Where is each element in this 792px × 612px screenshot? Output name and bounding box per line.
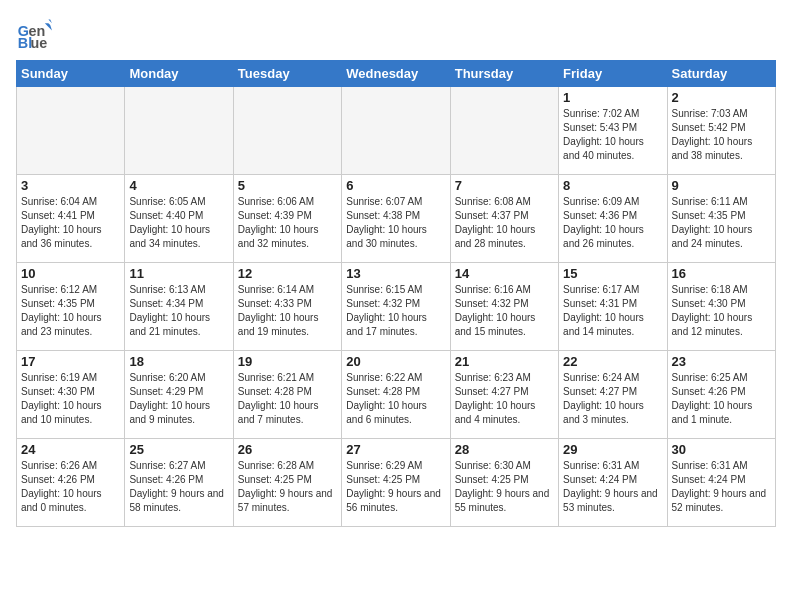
calendar-cell: 20Sunrise: 6:22 AM Sunset: 4:28 PM Dayli…	[342, 351, 450, 439]
calendar-cell: 18Sunrise: 6:20 AM Sunset: 4:29 PM Dayli…	[125, 351, 233, 439]
header-saturday: Saturday	[667, 61, 775, 87]
day-info: Sunrise: 6:15 AM Sunset: 4:32 PM Dayligh…	[346, 283, 445, 339]
day-number: 4	[129, 178, 228, 193]
day-info: Sunrise: 6:31 AM Sunset: 4:24 PM Dayligh…	[563, 459, 662, 515]
calendar-cell	[233, 87, 341, 175]
day-number: 5	[238, 178, 337, 193]
header-thursday: Thursday	[450, 61, 558, 87]
day-number: 25	[129, 442, 228, 457]
calendar-cell: 24Sunrise: 6:26 AM Sunset: 4:26 PM Dayli…	[17, 439, 125, 527]
calendar-cell: 19Sunrise: 6:21 AM Sunset: 4:28 PM Dayli…	[233, 351, 341, 439]
logo: G en Bl ue	[16, 16, 56, 52]
calendar-cell	[342, 87, 450, 175]
calendar-cell: 2Sunrise: 7:03 AM Sunset: 5:42 PM Daylig…	[667, 87, 775, 175]
day-number: 7	[455, 178, 554, 193]
calendar-cell: 7Sunrise: 6:08 AM Sunset: 4:37 PM Daylig…	[450, 175, 558, 263]
day-number: 27	[346, 442, 445, 457]
calendar-cell: 16Sunrise: 6:18 AM Sunset: 4:30 PM Dayli…	[667, 263, 775, 351]
calendar-cell: 5Sunrise: 6:06 AM Sunset: 4:39 PM Daylig…	[233, 175, 341, 263]
day-number: 13	[346, 266, 445, 281]
day-info: Sunrise: 6:29 AM Sunset: 4:25 PM Dayligh…	[346, 459, 445, 515]
header-wednesday: Wednesday	[342, 61, 450, 87]
day-number: 8	[563, 178, 662, 193]
day-number: 11	[129, 266, 228, 281]
day-number: 12	[238, 266, 337, 281]
calendar-cell: 4Sunrise: 6:05 AM Sunset: 4:40 PM Daylig…	[125, 175, 233, 263]
day-number: 30	[672, 442, 771, 457]
day-number: 26	[238, 442, 337, 457]
header-monday: Monday	[125, 61, 233, 87]
svg-text:ue: ue	[30, 35, 47, 51]
day-info: Sunrise: 6:09 AM Sunset: 4:36 PM Dayligh…	[563, 195, 662, 251]
calendar-cell: 11Sunrise: 6:13 AM Sunset: 4:34 PM Dayli…	[125, 263, 233, 351]
day-info: Sunrise: 6:19 AM Sunset: 4:30 PM Dayligh…	[21, 371, 120, 427]
calendar-cell: 12Sunrise: 6:14 AM Sunset: 4:33 PM Dayli…	[233, 263, 341, 351]
day-info: Sunrise: 6:17 AM Sunset: 4:31 PM Dayligh…	[563, 283, 662, 339]
day-info: Sunrise: 7:03 AM Sunset: 5:42 PM Dayligh…	[672, 107, 771, 163]
day-info: Sunrise: 6:26 AM Sunset: 4:26 PM Dayligh…	[21, 459, 120, 515]
header-sunday: Sunday	[17, 61, 125, 87]
day-info: Sunrise: 6:05 AM Sunset: 4:40 PM Dayligh…	[129, 195, 228, 251]
day-info: Sunrise: 6:04 AM Sunset: 4:41 PM Dayligh…	[21, 195, 120, 251]
day-number: 3	[21, 178, 120, 193]
calendar-cell: 17Sunrise: 6:19 AM Sunset: 4:30 PM Dayli…	[17, 351, 125, 439]
calendar-cell: 8Sunrise: 6:09 AM Sunset: 4:36 PM Daylig…	[559, 175, 667, 263]
calendar-cell: 28Sunrise: 6:30 AM Sunset: 4:25 PM Dayli…	[450, 439, 558, 527]
calendar-cell: 30Sunrise: 6:31 AM Sunset: 4:24 PM Dayli…	[667, 439, 775, 527]
day-number: 9	[672, 178, 771, 193]
logo-icon: G en Bl ue	[16, 16, 52, 52]
day-info: Sunrise: 6:08 AM Sunset: 4:37 PM Dayligh…	[455, 195, 554, 251]
day-number: 15	[563, 266, 662, 281]
day-info: Sunrise: 6:24 AM Sunset: 4:27 PM Dayligh…	[563, 371, 662, 427]
calendar-cell: 14Sunrise: 6:16 AM Sunset: 4:32 PM Dayli…	[450, 263, 558, 351]
svg-marker-4	[45, 23, 52, 30]
day-info: Sunrise: 6:07 AM Sunset: 4:38 PM Dayligh…	[346, 195, 445, 251]
day-number: 24	[21, 442, 120, 457]
day-info: Sunrise: 6:12 AM Sunset: 4:35 PM Dayligh…	[21, 283, 120, 339]
day-number: 16	[672, 266, 771, 281]
calendar-cell: 23Sunrise: 6:25 AM Sunset: 4:26 PM Dayli…	[667, 351, 775, 439]
calendar-table: SundayMondayTuesdayWednesdayThursdayFrid…	[16, 60, 776, 527]
day-info: Sunrise: 6:22 AM Sunset: 4:28 PM Dayligh…	[346, 371, 445, 427]
header-tuesday: Tuesday	[233, 61, 341, 87]
day-number: 1	[563, 90, 662, 105]
calendar-header-row: SundayMondayTuesdayWednesdayThursdayFrid…	[17, 61, 776, 87]
day-number: 18	[129, 354, 228, 369]
day-number: 19	[238, 354, 337, 369]
day-info: Sunrise: 6:20 AM Sunset: 4:29 PM Dayligh…	[129, 371, 228, 427]
calendar-cell: 6Sunrise: 6:07 AM Sunset: 4:38 PM Daylig…	[342, 175, 450, 263]
calendar-cell: 26Sunrise: 6:28 AM Sunset: 4:25 PM Dayli…	[233, 439, 341, 527]
calendar-cell: 21Sunrise: 6:23 AM Sunset: 4:27 PM Dayli…	[450, 351, 558, 439]
week-row-2: 10Sunrise: 6:12 AM Sunset: 4:35 PM Dayli…	[17, 263, 776, 351]
day-info: Sunrise: 6:27 AM Sunset: 4:26 PM Dayligh…	[129, 459, 228, 515]
calendar-cell: 13Sunrise: 6:15 AM Sunset: 4:32 PM Dayli…	[342, 263, 450, 351]
calendar-cell: 9Sunrise: 6:11 AM Sunset: 4:35 PM Daylig…	[667, 175, 775, 263]
day-info: Sunrise: 6:25 AM Sunset: 4:26 PM Dayligh…	[672, 371, 771, 427]
day-number: 28	[455, 442, 554, 457]
day-number: 21	[455, 354, 554, 369]
calendar-cell	[125, 87, 233, 175]
calendar-cell	[17, 87, 125, 175]
day-number: 6	[346, 178, 445, 193]
day-number: 20	[346, 354, 445, 369]
day-info: Sunrise: 6:23 AM Sunset: 4:27 PM Dayligh…	[455, 371, 554, 427]
week-row-4: 24Sunrise: 6:26 AM Sunset: 4:26 PM Dayli…	[17, 439, 776, 527]
day-info: Sunrise: 6:16 AM Sunset: 4:32 PM Dayligh…	[455, 283, 554, 339]
week-row-3: 17Sunrise: 6:19 AM Sunset: 4:30 PM Dayli…	[17, 351, 776, 439]
calendar-cell: 3Sunrise: 6:04 AM Sunset: 4:41 PM Daylig…	[17, 175, 125, 263]
day-number: 23	[672, 354, 771, 369]
calendar-cell: 29Sunrise: 6:31 AM Sunset: 4:24 PM Dayli…	[559, 439, 667, 527]
calendar-cell: 15Sunrise: 6:17 AM Sunset: 4:31 PM Dayli…	[559, 263, 667, 351]
day-number: 29	[563, 442, 662, 457]
day-info: Sunrise: 6:21 AM Sunset: 4:28 PM Dayligh…	[238, 371, 337, 427]
page-header: G en Bl ue	[16, 16, 776, 52]
day-info: Sunrise: 6:30 AM Sunset: 4:25 PM Dayligh…	[455, 459, 554, 515]
week-row-1: 3Sunrise: 6:04 AM Sunset: 4:41 PM Daylig…	[17, 175, 776, 263]
calendar-cell: 1Sunrise: 7:02 AM Sunset: 5:43 PM Daylig…	[559, 87, 667, 175]
calendar-cell: 27Sunrise: 6:29 AM Sunset: 4:25 PM Dayli…	[342, 439, 450, 527]
day-info: Sunrise: 6:11 AM Sunset: 4:35 PM Dayligh…	[672, 195, 771, 251]
day-info: Sunrise: 7:02 AM Sunset: 5:43 PM Dayligh…	[563, 107, 662, 163]
day-number: 14	[455, 266, 554, 281]
week-row-0: 1Sunrise: 7:02 AM Sunset: 5:43 PM Daylig…	[17, 87, 776, 175]
day-number: 17	[21, 354, 120, 369]
